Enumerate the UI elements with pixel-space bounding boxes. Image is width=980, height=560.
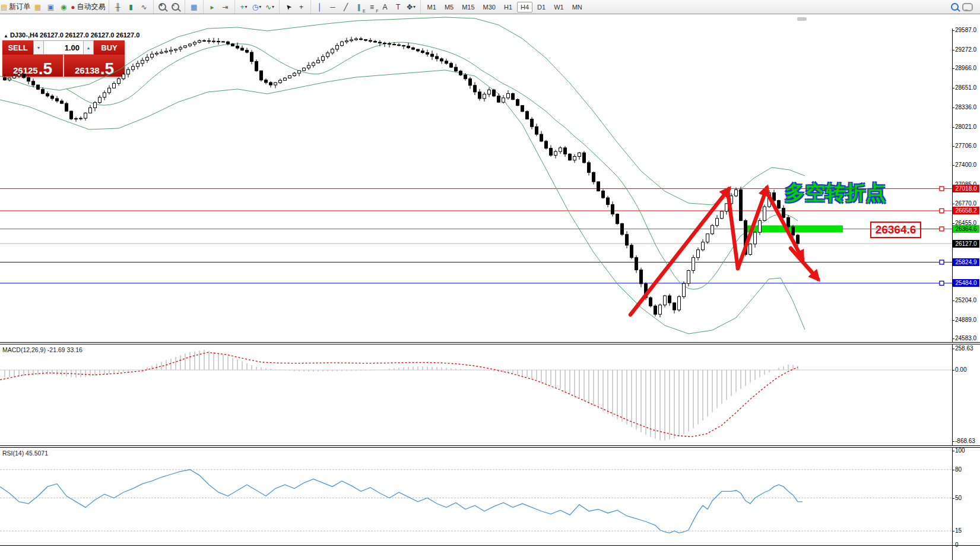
channel-icon: ∥ [357, 3, 361, 11]
chart-shift-icon[interactable]: ⇥ [220, 1, 231, 12]
bar-chart-icon[interactable]: ╫ [112, 1, 124, 12]
price-level-label: 27018.0 [953, 185, 979, 192]
level-anchor[interactable] [940, 260, 944, 264]
autotrading-button[interactable]: ●自动交易 [71, 1, 105, 12]
toolbar-group-add: +▾◷▾∿▾ [234, 0, 279, 14]
timeframe-h4[interactable]: H4 [517, 2, 532, 12]
label-icon[interactable]: T [392, 1, 404, 12]
timeframe-mn[interactable]: MN [569, 2, 586, 12]
timeframe-toolbar: M1M5M15M30H1H4D1W1MN [420, 0, 589, 14]
signal-icon[interactable]: ◉ [58, 1, 69, 12]
chart-shift-icon: ⇥ [223, 3, 229, 11]
zoom-out-icon[interactable]: - [170, 1, 182, 12]
macd-axis-tick: 0.00 [955, 366, 966, 373]
shapes-dropdown-icon[interactable]: ✥▾ [405, 1, 417, 12]
vertical-line-icon[interactable]: │ [314, 1, 326, 12]
price-axis-tick: 24583.0 [955, 335, 976, 341]
search-icon[interactable] [949, 1, 960, 12]
line-chart-icon[interactable]: ∿ [138, 1, 150, 12]
chat-icon[interactable] [962, 1, 973, 12]
periods-clock-icon[interactable]: ◷▾ [251, 1, 263, 12]
auto-scroll-icon[interactable]: ▸ [207, 1, 218, 12]
trendline-icon: ╱ [344, 3, 348, 11]
fibonacci-icon[interactable]: ≡F [366, 1, 378, 12]
rsi-axis-tick: 15 [955, 527, 962, 534]
price-level-label: 26364.6 [953, 225, 979, 233]
level-anchor[interactable] [940, 208, 944, 213]
rsi-pane[interactable] [0, 448, 952, 545]
price-axis-tick: 29272.0 [955, 46, 976, 53]
horizontal-line-icon[interactable]: ─ [327, 1, 339, 12]
rsi-line [0, 470, 803, 533]
price-level-label: 26127.0 [953, 240, 979, 248]
signal-icon: ◉ [61, 3, 66, 11]
horizontal-line-icon: ─ [330, 3, 335, 11]
toolbar-group-objects: │─╱∥E≡FAT✥▾ [310, 0, 420, 14]
autotrading-icon: ● [71, 3, 75, 11]
price-level-label: 25484.0 [953, 279, 979, 287]
macd-axis-tick: 258.63 [955, 345, 973, 352]
fibonacci-icon: ≡ [370, 3, 374, 11]
line-chart-icon: ∿ [141, 3, 147, 11]
bar-chart-icon: ╫ [115, 3, 120, 11]
trendline-icon[interactable]: ╱ [340, 1, 352, 12]
label-icon: T [396, 3, 400, 11]
toolbar-group-orders: ▤新订单▦▣◉●自动交易 [0, 0, 109, 14]
price-axis-tick: 26770.0 [955, 200, 976, 207]
toolbar-group-scroll: ▸⇥ [203, 0, 234, 14]
candlestick-series [4, 37, 800, 318]
indicators-button[interactable]: ∿▾ [264, 1, 276, 12]
price-level-label: 25824.9 [953, 258, 979, 266]
crosshair-icon: + [299, 3, 303, 11]
auto-scroll-icon: ▸ [211, 3, 214, 11]
price-axis-tick: 25204.0 [955, 297, 976, 303]
crosshair-icon[interactable]: + [296, 1, 307, 12]
candlestick-icon[interactable]: ▮ [125, 1, 137, 12]
toolbar-group-chart-types: ╫▮∿ [109, 0, 153, 14]
price-axis-tick: 27400.0 [955, 162, 976, 168]
tile-windows-icon: ▦ [191, 3, 197, 11]
shapes-dropdown-icon: ✥ [407, 3, 413, 11]
new-chart-icon: + [240, 3, 245, 11]
tile-windows-icon[interactable]: ▦ [188, 1, 200, 12]
price-tag-anchor[interactable] [940, 227, 944, 231]
macd-pane[interactable] [0, 344, 952, 445]
rsi-axis-tick: 80 [955, 466, 962, 473]
timeframe-d1[interactable]: D1 [534, 2, 549, 12]
timeframe-m30[interactable]: M30 [480, 2, 499, 12]
channel-icon[interactable]: ∥E [353, 1, 365, 12]
zoom-in-icon[interactable]: + [157, 1, 169, 12]
macd-histogram [5, 350, 798, 440]
new-order-button[interactable]: ▤新订单 [1, 1, 30, 12]
text-icon[interactable]: A [379, 1, 391, 12]
level-anchor[interactable] [940, 281, 944, 285]
price-axis-tick: 29587.0 [955, 27, 976, 33]
text-icon: A [383, 3, 388, 11]
vertical-line-icon: │ [318, 3, 322, 11]
mt4-window: ▤新订单▦▣◉●自动交易╫▮∿+-▦▸⇥+▾◷▾∿▾➤+│─╱∥E≡FAT✥▾M… [0, 0, 980, 560]
macd-signal-line [0, 352, 798, 436]
main-toolbar: ▤新订单▦▣◉●自动交易╫▮∿+-▦▸⇥+▾◷▾∿▾➤+│─╱∥E≡FAT✥▾M… [0, 0, 980, 14]
toolbar-group-zoom: +- [153, 0, 185, 14]
cursor-icon[interactable]: ➤ [283, 1, 294, 12]
new-chart-button[interactable]: +▾ [238, 1, 250, 12]
price-axis-tick: 27706.0 [955, 143, 976, 149]
main-price-pane[interactable] [0, 14, 952, 342]
timeframe-h1[interactable]: H1 [500, 2, 516, 12]
price-axis-tick: 28336.0 [955, 104, 976, 110]
toolbar-group-windows: ▦ [185, 0, 203, 14]
timeframe-m15[interactable]: M15 [458, 2, 478, 12]
price-axis-border [952, 29, 953, 560]
chart-area[interactable]: ▲DJ30-,H4 26127.0 26127.0 26127.0 26127.… [0, 14, 980, 560]
price-axis-tick: 24889.0 [955, 317, 976, 323]
new-order-icon: ▤ [1, 3, 7, 11]
price-axis-tick: 28651.0 [955, 84, 976, 91]
timeframe-m5[interactable]: M5 [441, 2, 457, 12]
level-anchor[interactable] [940, 186, 944, 191]
timeframe-w1[interactable]: W1 [550, 2, 567, 12]
toolbar-group-pointer: ➤+ [279, 0, 310, 14]
data-window-icon[interactable]: ▣ [45, 1, 56, 12]
market-watch-icon[interactable]: ▦ [31, 1, 43, 12]
timeframe-m1[interactable]: M1 [424, 2, 440, 12]
price-axis-tick: 28966.0 [955, 65, 976, 71]
